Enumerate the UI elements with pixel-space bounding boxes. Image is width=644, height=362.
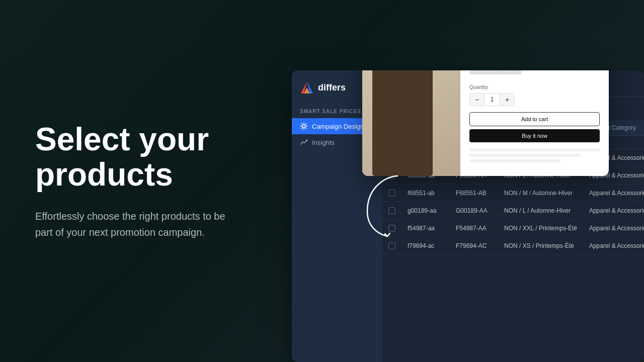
row-handle-5: f79694-ac xyxy=(401,237,450,255)
row-checkbox-5[interactable] xyxy=(388,242,395,249)
quantity-plus-button[interactable]: + xyxy=(500,94,514,106)
desc-line-2 xyxy=(469,154,580,157)
row-title-3: G00189-AA xyxy=(450,202,498,220)
row-title-5: F79694-AC xyxy=(450,237,498,255)
svg-point-4 xyxy=(306,140,308,141)
logo-text: differs xyxy=(318,82,346,93)
row-handle-4: f54987-aa xyxy=(401,220,450,237)
table-row: f79694-ac F79694-AC NON / XS / Printemps… xyxy=(382,237,644,255)
product-preview-card: Quantity − 1 + Add to cart Buy it now xyxy=(362,70,609,176)
left-panel: Select your products Effortlessly choose… xyxy=(0,0,282,362)
quantity-control: − 1 + xyxy=(469,93,515,106)
sidebar-item-campaign-label: Campaign Design xyxy=(312,123,364,130)
settings-icon xyxy=(300,122,308,130)
row-category-3: Apparel & Accessories : xyxy=(583,202,644,220)
hero-description: Effortlessly choose the right products t… xyxy=(35,208,226,240)
row-title-2: F68551-AB xyxy=(450,185,498,202)
desc-line-3 xyxy=(469,159,560,162)
buy-now-button[interactable]: Buy it now xyxy=(469,129,600,142)
row-variant-5: NON / XS / Printemps-Été xyxy=(498,237,583,255)
table-row: f68551-ab F68551-AB NON / M / Automne-Hi… xyxy=(382,185,644,202)
desc-line-1 xyxy=(469,148,600,151)
row-category-2: Apparel & Accessories : xyxy=(583,185,644,202)
table-row: f54987-aa F54987-AA NON / XXL / Printemp… xyxy=(382,220,644,237)
person-body-decor xyxy=(372,70,433,176)
quantity-minus-button[interactable]: − xyxy=(470,94,484,106)
svg-point-3 xyxy=(302,125,305,128)
row-variant-3: NON / L / Automne-Hiver xyxy=(498,202,583,220)
chart-icon xyxy=(300,138,308,146)
quantity-section: Quantity − 1 + xyxy=(469,84,600,106)
row-title-4: F54987-AA xyxy=(450,220,498,237)
row-variant-4: NON / XXL / Printemps-Été xyxy=(498,220,583,237)
add-to-cart-button[interactable]: Add to cart xyxy=(469,112,600,126)
row-handle-2: f68551-ab xyxy=(401,185,450,202)
product-card-details: Quantity − 1 + Add to cart Buy it now xyxy=(460,70,609,176)
arrow-decoration xyxy=(357,171,408,241)
row-category-4: Apparel & Accessories : xyxy=(583,220,644,237)
row-variant-2: NON / M / Automne-Hiver xyxy=(498,185,583,202)
hero-title: Select your products xyxy=(35,122,247,193)
row-category-5: Apparel & Accessories : xyxy=(583,237,644,255)
quantity-value: 1 xyxy=(484,94,500,105)
product-image xyxy=(362,70,460,176)
row-handle-3: g00189-aa xyxy=(401,202,450,220)
sidebar-item-insights-label: Insights xyxy=(312,139,335,146)
product-price-placeholder xyxy=(469,70,522,74)
logo-icon xyxy=(300,80,314,95)
table-row: g00189-aa G00189-AA NON / L / Automne-Hi… xyxy=(382,202,644,220)
app-window: Quantity − 1 + Add to cart Buy it now xyxy=(292,70,644,362)
quantity-label: Quantity xyxy=(469,84,600,90)
